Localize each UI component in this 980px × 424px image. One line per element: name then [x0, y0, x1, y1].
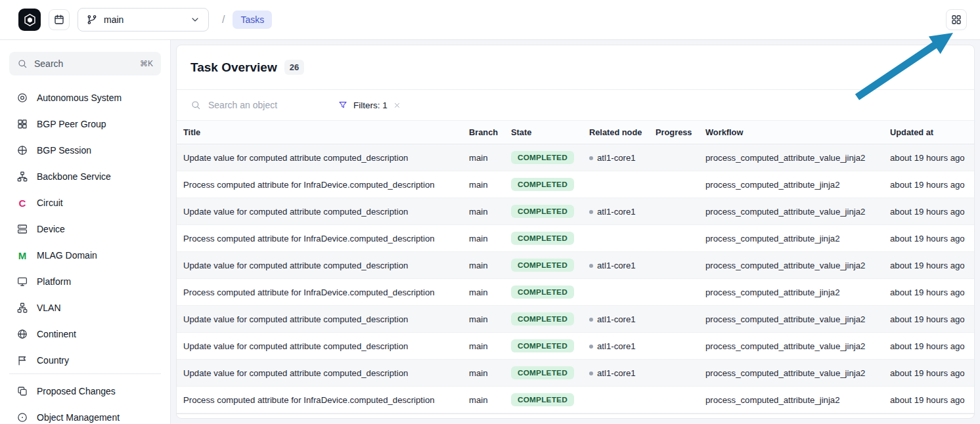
task-title-cell: Update value for computed attribute comp… [177, 198, 464, 225]
item-icon-slot [16, 354, 29, 366]
item-icon-slot [16, 118, 29, 130]
task-title-cell: Update value for computed attribute comp… [177, 360, 464, 387]
apps-button[interactable] [946, 9, 967, 30]
sidebar-item-label: MLAG Domain [37, 250, 97, 261]
letter-icon: M [18, 250, 27, 261]
next-page-button[interactable]: Next [920, 418, 960, 419]
sidebar-item[interactable]: Continent [9, 321, 161, 347]
table-row[interactable]: Process computed attribute for InfraDevi… [177, 279, 974, 306]
sidebar-footer-item[interactable]: Object Management [9, 404, 161, 424]
item-icon-slot [16, 276, 29, 287]
sidebar-item[interactable]: BGP Peer Group [9, 111, 161, 137]
letter-icon: C [19, 198, 26, 209]
workflow-cell: process_computed_attribute_jinja2 [700, 171, 885, 198]
table-row[interactable]: Update value for computed attribute comp… [177, 198, 974, 225]
branch-selector[interactable]: main [78, 8, 209, 32]
sidebar-item-label: Autonomous System [37, 93, 122, 103]
table-row[interactable]: Update value for computed attribute comp… [177, 144, 974, 171]
status-badge: COMPLETED [511, 178, 574, 191]
progress-cell [650, 198, 700, 225]
table-body: Update value for computed attribute comp… [177, 144, 974, 413]
task-title-cell: Process computed attribute for InfraDevi… [177, 279, 464, 306]
app-logo[interactable] [18, 9, 41, 31]
related-node: atl1-core1 [589, 368, 636, 378]
state-cell: COMPLETED [506, 171, 584, 198]
status-badge: COMPLETED [511, 259, 574, 272]
page-number-button[interactable]: 1 [839, 418, 867, 419]
app-root: main / Tasks Search ⌘K [0, 0, 980, 424]
sidebar-item-label: Proposed Changes [37, 386, 116, 396]
sidebar-item-label: Platform [37, 276, 71, 287]
task-title-cell: Update value for computed attribute comp… [177, 252, 464, 279]
breadcrumb-tasks[interactable]: Tasks [233, 11, 272, 29]
calendar-button[interactable] [49, 9, 70, 30]
sidebar-item[interactable]: Platform [9, 268, 161, 295]
related-node-label: atl1-core1 [597, 261, 636, 270]
chevron-down-icon[interactable] [190, 14, 200, 25]
sidebar-item[interactable]: C Circuit [9, 190, 161, 216]
sidebar-search[interactable]: Search ⌘K [9, 52, 161, 75]
topbar: main / Tasks [0, 0, 980, 40]
state-cell: COMPLETED [506, 198, 584, 225]
table-row[interactable]: Update value for computed attribute comp… [177, 306, 974, 333]
sidebar-item[interactable]: M MLAG Domain [9, 242, 161, 268]
sidebar: Search ⌘K Autonomous System [0, 40, 171, 424]
search-icon [17, 58, 28, 69]
sidebar-item-label: Object Management [37, 412, 120, 423]
calendar-icon [53, 14, 65, 26]
sidebar-item[interactable]: VLAN [9, 295, 161, 321]
column-header-workflow: Workflow [700, 121, 885, 144]
branch-cell: main [464, 279, 506, 306]
filters-control[interactable]: Filters: 1 [338, 100, 401, 110]
state-cell: COMPLETED [506, 387, 584, 413]
table-row[interactable]: Update value for computed attribute comp… [177, 252, 974, 279]
sidebar-item[interactable]: Backbone Service [9, 163, 161, 190]
state-cell: COMPLETED [506, 360, 584, 387]
sidebar-item[interactable]: Device [9, 216, 161, 242]
page-number-button[interactable]: 3 [893, 418, 921, 419]
status-badge: COMPLETED [511, 205, 574, 218]
related-node-cell [584, 279, 650, 306]
search-shortcut: ⌘K [140, 59, 153, 68]
sidebar-item[interactable]: BGP Session [9, 137, 161, 163]
page-number-button[interactable]: 2 [866, 418, 894, 419]
previous-page-button[interactable]: Previous [782, 418, 838, 419]
sidebar-nav: Autonomous System BGP Peer Group [9, 85, 161, 373]
search-icon [190, 100, 201, 110]
server-icon [16, 223, 28, 235]
state-cell: COMPLETED [506, 144, 584, 171]
progress-cell [650, 333, 700, 360]
page-size-select[interactable]: 10 [326, 418, 374, 419]
updated-at-cell: about 19 hours ago [885, 333, 974, 360]
item-icon-slot: C [16, 198, 29, 209]
workflow-cell: process_computed_attribute_jinja2 [700, 387, 885, 413]
workflow-cell: process_computed_attribute_value_jinja2 [700, 252, 885, 279]
progress-cell [650, 360, 700, 387]
lan-icon [16, 302, 28, 314]
table-row[interactable]: Process computed attribute for InfraDevi… [177, 387, 974, 413]
copy-icon [16, 385, 28, 397]
related-node: atl1-core1 [589, 207, 636, 217]
related-node-label: atl1-core1 [597, 153, 636, 163]
object-search-input[interactable] [208, 100, 325, 110]
table-row[interactable]: Update value for computed attribute comp… [177, 360, 974, 387]
branch-cell: main [464, 225, 506, 252]
card-footer: Showing 1 to 10 of 26 results 10 Previou… [177, 413, 974, 419]
filter-funnel-icon [338, 100, 348, 110]
state-cell: COMPLETED [506, 225, 584, 252]
sidebar-footer-item[interactable]: Proposed Changes [9, 378, 161, 404]
progress-cell [650, 387, 700, 413]
clear-filters-icon[interactable] [393, 101, 401, 110]
table-row[interactable]: Process computed attribute for InfraDevi… [177, 225, 974, 252]
related-node-label: atl1-core1 [597, 314, 636, 324]
progress-cell [650, 225, 700, 252]
task-overview-card: Task Overview 26 Filters: 1 [176, 45, 975, 419]
flag-icon [16, 354, 28, 366]
sidebar-item[interactable]: Autonomous System [9, 85, 161, 111]
table-row[interactable]: Process computed attribute for InfraDevi… [177, 171, 974, 198]
branch-cell: main [464, 306, 506, 333]
table-row[interactable]: Update value for computed attribute comp… [177, 333, 974, 360]
filters-label: Filters: 1 [353, 100, 388, 110]
item-icon-slot [16, 144, 29, 156]
sidebar-item[interactable]: Country [9, 347, 161, 373]
